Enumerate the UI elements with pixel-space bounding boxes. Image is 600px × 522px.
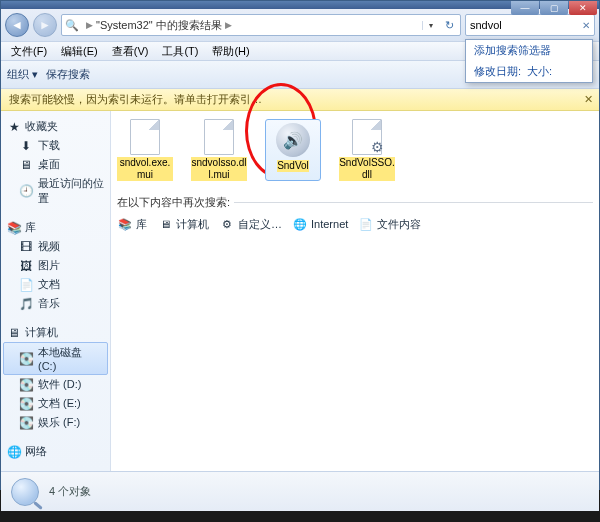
file-label: SndVolSSO.dll	[339, 157, 395, 181]
sidebar-item-drive-c[interactable]: 💽本地磁盘 (C:)	[3, 342, 108, 375]
sidebar-libraries-header[interactable]: 📚库	[3, 218, 108, 237]
file-item[interactable]: sndvolsso.dll.mui	[191, 119, 247, 181]
filter-size-link[interactable]: 大小:	[527, 64, 552, 79]
file-item[interactable]: SndVolSSO.dll	[339, 119, 395, 181]
sidebar-favorites-header[interactable]: ★收藏夹	[3, 117, 108, 136]
search-filter-popup: 添加搜索筛选器 修改日期: 大小:	[465, 39, 593, 83]
index-warning-bar[interactable]: 搜索可能较慢，因为索引未运行。请单击打开索引… ✕	[1, 89, 599, 111]
library-icon: 📚	[117, 216, 133, 232]
sidebar-item-videos[interactable]: 🎞视频	[3, 237, 108, 256]
forward-button[interactable]: ►	[33, 13, 57, 37]
sidebar-item-documents[interactable]: 📄文档	[3, 275, 108, 294]
clear-search-icon[interactable]: ✕	[580, 20, 590, 31]
search-again-custom[interactable]: ⚙自定义…	[219, 216, 282, 232]
close-button[interactable]: ✕	[569, 1, 597, 15]
sidebar-item-drive-f[interactable]: 💽娱乐 (F:)	[3, 413, 108, 432]
file-icon	[201, 119, 237, 155]
address-bar[interactable]: 🔍 ▶ "System32" 中的搜索结果 ▶ ▾ ↻	[61, 14, 461, 36]
document-icon: 📄	[358, 216, 374, 232]
drive-icon: 💽	[19, 416, 33, 430]
gear-icon: ⚙	[219, 216, 235, 232]
drive-icon: 💽	[19, 397, 33, 411]
drive-icon: 💽	[19, 352, 33, 366]
recent-icon: 🕘	[19, 184, 33, 198]
maximize-button[interactable]: ▢	[540, 1, 568, 15]
minimize-button[interactable]: —	[511, 1, 539, 15]
filter-date-link[interactable]: 修改日期:	[474, 64, 521, 79]
video-icon: 🎞	[19, 240, 33, 254]
search-again-label: 在以下内容中再次搜索:	[117, 195, 230, 210]
status-bar: 4 个对象	[1, 471, 599, 511]
status-count: 4 个对象	[49, 484, 91, 499]
search-box[interactable]: ✕	[465, 14, 595, 36]
file-item-selected[interactable]: 🔊 SndVol	[265, 119, 321, 181]
infobar-text: 搜索可能较慢，因为索引未运行。请单击打开索引…	[9, 92, 262, 107]
network-icon: 🌐	[7, 445, 21, 459]
sidebar-item-drive-e[interactable]: 💽文档 (E:)	[3, 394, 108, 413]
search-again-internet[interactable]: 🌐Internet	[292, 216, 348, 232]
search-again-row: 在以下内容中再次搜索:	[117, 195, 593, 210]
document-icon: 📄	[19, 278, 33, 292]
magnifier-icon	[11, 478, 39, 506]
sidebar-item-pictures[interactable]: 🖼图片	[3, 256, 108, 275]
explorer-window: — ▢ ✕ ◄ ► 🔍 ▶ "System32" 中的搜索结果 ▶ ▾ ↻ ✕ …	[0, 0, 600, 490]
sidebar-item-desktop[interactable]: 🖥桌面	[3, 155, 108, 174]
address-dropdown-icon[interactable]: ▾	[422, 21, 438, 30]
organize-button[interactable]: 组织 ▾	[7, 67, 38, 82]
crumb-text: "System32" 中的搜索结果	[96, 18, 222, 33]
sidebar-item-drive-d[interactable]: 💽软件 (D:)	[3, 375, 108, 394]
star-icon: ★	[7, 120, 21, 134]
menu-view[interactable]: 查看(V)	[106, 42, 155, 61]
filter-popup-title: 添加搜索筛选器	[466, 40, 592, 61]
drive-icon: 💽	[19, 378, 33, 392]
search-again-targets: 📚库 🖥计算机 ⚙自定义… 🌐Internet 📄文件内容	[117, 216, 593, 232]
file-label: SndVol	[277, 160, 309, 172]
menu-file[interactable]: 文件(F)	[5, 42, 53, 61]
file-item[interactable]: sndvol.exe.mui	[117, 119, 173, 181]
sidebar-computer-header[interactable]: 🖥计算机	[3, 323, 108, 342]
search-folder-icon: 🔍	[62, 15, 82, 35]
sidebar-item-downloads[interactable]: ⬇下载	[3, 136, 108, 155]
sidebar-item-music[interactable]: 🎵音乐	[3, 294, 108, 313]
menu-help[interactable]: 帮助(H)	[206, 42, 255, 61]
menu-tools[interactable]: 工具(T)	[156, 42, 204, 61]
music-icon: 🎵	[19, 297, 33, 311]
infobar-close-icon[interactable]: ✕	[584, 93, 593, 106]
speaker-icon: 🔊	[275, 122, 311, 158]
window-controls: — ▢ ✕	[510, 1, 597, 15]
body: ★收藏夹 ⬇下载 🖥桌面 🕘最近访问的位置 📚库 🎞视频 🖼图片 📄文档 🎵音乐…	[1, 111, 599, 471]
search-input[interactable]	[470, 19, 580, 31]
file-icon	[127, 119, 163, 155]
computer-icon: 🖥	[157, 216, 173, 232]
nav-pane: ★收藏夹 ⬇下载 🖥桌面 🕘最近访问的位置 📚库 🎞视频 🖼图片 📄文档 🎵音乐…	[1, 111, 111, 471]
computer-icon: 🖥	[7, 326, 21, 340]
breadcrumb[interactable]: ▶ "System32" 中的搜索结果 ▶	[82, 18, 236, 33]
picture-icon: 🖼	[19, 259, 33, 273]
sidebar-network-header[interactable]: 🌐网络	[3, 442, 108, 461]
refresh-button[interactable]: ↻	[438, 19, 460, 32]
file-label: sndvol.exe.mui	[117, 157, 173, 181]
library-icon: 📚	[7, 221, 21, 235]
search-again-computer[interactable]: 🖥计算机	[157, 216, 209, 232]
menu-edit[interactable]: 编辑(E)	[55, 42, 104, 61]
file-label: sndvolsso.dll.mui	[191, 157, 247, 181]
crumb-sep-icon: ▶	[225, 20, 232, 30]
desktop-icon: 🖥	[19, 158, 33, 172]
back-button[interactable]: ◄	[5, 13, 29, 37]
search-again-contents[interactable]: 📄文件内容	[358, 216, 421, 232]
search-again-libraries[interactable]: 📚库	[117, 216, 147, 232]
download-icon: ⬇	[19, 139, 33, 153]
content-pane[interactable]: sndvol.exe.mui sndvolsso.dll.mui 🔊 SndVo…	[111, 111, 599, 471]
file-grid: sndvol.exe.mui sndvolsso.dll.mui 🔊 SndVo…	[117, 119, 593, 181]
crumb-sep-icon: ▶	[86, 20, 93, 30]
file-icon	[349, 119, 385, 155]
save-search-button[interactable]: 保存搜索	[46, 67, 90, 82]
globe-icon: 🌐	[292, 216, 308, 232]
sidebar-item-recent[interactable]: 🕘最近访问的位置	[3, 174, 108, 208]
